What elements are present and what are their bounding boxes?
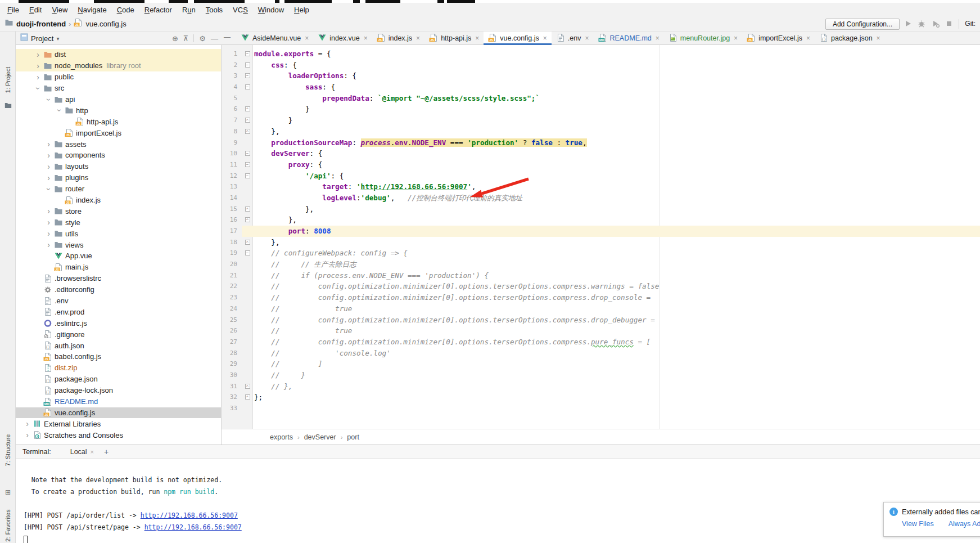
close-icon[interactable]: × [656,34,660,42]
always-add-link[interactable]: Always Add [949,520,980,528]
tree-item-vue.config.js[interactable]: JSvue.config.js [16,407,221,419]
code-text[interactable]: // // 生产去除日志 [253,259,980,270]
fold-end-icon[interactable]: ^ [245,129,250,134]
tree-item-layouts[interactable]: ›layouts [16,161,221,172]
code-text[interactable]: }, [253,237,980,248]
fold-open-icon[interactable]: − [245,62,250,68]
code-line-28[interactable]: 28 // 'console.log' [222,348,980,359]
code-line-31[interactable]: 31^ // }, [222,381,980,392]
code-text[interactable]: // config.optimization.minimizer[0].opti… [253,292,980,303]
code-line-23[interactable]: 23 // config.optimization.minimizer[0].o… [222,292,980,303]
git-label[interactable]: Git: [965,20,976,28]
code-line-11[interactable]: 11− proxy: { [222,159,980,170]
fold-open-icon[interactable]: − [245,51,250,56]
chevron-right-icon[interactable]: › [44,230,53,237]
tree-item-api[interactable]: ›api [16,94,221,105]
tree-item-index.js[interactable]: JSindex.js [16,195,221,206]
chevron-right-icon[interactable]: › [44,174,53,182]
chevron-down-icon[interactable]: › [45,95,53,104]
chevron-right-icon[interactable]: › [33,51,43,59]
code-line-22[interactable]: 22 // config.optimization.minimizer[0].o… [222,281,980,292]
editor-breadcrumb-port[interactable]: port [347,433,359,441]
code-text[interactable]: // } [253,370,980,381]
chevron-down-icon[interactable]: ▾ [56,35,59,42]
code-line-15[interactable]: 15^ }, [222,204,980,215]
menu-window[interactable]: Window [253,6,289,14]
tree-item-views[interactable]: ›views [16,239,221,250]
menu-code[interactable]: Code [112,6,139,14]
collapse-all-icon[interactable]: ⊼ [183,34,189,43]
code-text[interactable] [253,403,980,414]
menu-tools[interactable]: Tools [201,6,228,14]
tree-item-README.md[interactable]: MDREADME.md [16,396,221,407]
code-text[interactable]: prependData: `@import "~@/assets/scss/st… [253,93,980,104]
tree-item-importExcel.js[interactable]: JSimportExcel.js [16,127,221,138]
menu-vcs[interactable]: VCS [228,6,253,14]
menu-refactor[interactable]: Refactor [139,6,177,14]
menu-edit[interactable]: Edit [24,6,47,14]
code-line-26[interactable]: 26 // true [222,325,980,336]
fold-end-icon[interactable]: ^ [245,240,250,245]
tree-item-plugins[interactable]: ›plugins [16,172,221,183]
tree-item-node_modules[interactable]: ›node_moduleslibrary root [16,60,221,71]
tree-item-main.js[interactable]: JSmain.js [16,262,221,273]
code-line-5[interactable]: 5 prependData: `@import "~@/assets/scss/… [222,93,980,104]
chevron-right-icon[interactable]: › [44,241,53,249]
grid-icon[interactable]: ⊞ [4,488,12,496]
code-text[interactable]: sass: { [253,82,980,93]
terminal-link[interactable]: http://192.168.66.56:9007 [144,523,242,531]
code-line-9[interactable]: 9 productionSourceMap: process.env.NODE_… [222,137,980,149]
chevron-right-icon[interactable]: › [33,73,43,81]
fold-open-icon[interactable]: − [245,162,250,167]
code-text[interactable]: }, [253,214,980,226]
tree-item-package-lock.json[interactable]: {}package-lock.json [16,385,221,396]
locate-file-icon[interactable]: ⊕ [172,34,178,43]
editor-breadcrumb-exports[interactable]: exports [270,433,293,441]
tree-item-utils[interactable]: ›utils [16,228,221,239]
code-line-4[interactable]: 4− sass: { [222,82,980,93]
tab-index.js[interactable]: JSindex.js× [372,32,424,45]
code-text[interactable]: proxy: { [253,159,980,170]
debug-icon[interactable] [918,20,927,29]
editor-breadcrumb-devServer[interactable]: devServer [304,433,336,441]
close-icon[interactable]: × [305,34,309,42]
chevron-right-icon[interactable]: › [22,420,32,428]
terminal-output[interactable]: Note that the development build is not o… [16,459,980,543]
tree-item-src[interactable]: ›src [16,83,221,94]
fold-end-icon[interactable]: ^ [245,394,250,400]
code-text[interactable]: // config.optimization.minimizer[0].opti… [253,336,980,348]
code-line-1[interactable]: 1−module.exports = { [222,48,980,60]
chevron-down-icon[interactable]: › [56,106,64,115]
close-icon[interactable]: × [543,34,547,42]
tree-item-App.vue[interactable]: App.vue [16,250,221,262]
tab-.env[interactable]: .env× [552,32,594,45]
terminal-tab-local[interactable]: Local [70,448,87,456]
tree-item-http[interactable]: ›http [16,105,221,116]
code-line-2[interactable]: 2− css: { [222,60,980,71]
chevron-down-icon[interactable]: › [34,83,42,93]
fold-end-icon[interactable]: ^ [245,106,250,111]
project-tool-icon[interactable] [4,102,12,110]
tree-item-.env[interactable]: .env [16,295,221,307]
fold-open-icon[interactable]: − [245,250,250,255]
code-text[interactable]: target: 'http://192.168.66.56:9007', [253,181,980,192]
tree-item-http-api.js[interactable]: JShttp-api.js [16,116,221,127]
tab-importExcel.js[interactable]: JSimportExcel.js× [742,32,815,45]
chevron-right-icon[interactable]: › [44,140,53,148]
code-line-16[interactable]: 16^ }, [222,214,980,226]
code-line-17[interactable]: 17 port: 8008 [222,226,980,237]
fold-end-icon[interactable]: ^ [245,118,250,123]
chevron-right-icon[interactable]: › [22,431,32,439]
close-icon[interactable]: × [806,34,810,42]
code-text[interactable]: } [253,115,980,126]
fold-open-icon[interactable]: − [245,151,250,156]
code-text[interactable]: devServer: { [253,148,980,159]
tab-index.vue[interactable]: index.vue× [313,32,372,45]
close-icon[interactable]: × [475,34,479,42]
tree-item-babel.config.js[interactable]: JSbabel.config.js [16,351,221,362]
tab-vue.config.js[interactable]: JSvue.config.js× [484,32,552,45]
stripe-project-button[interactable]: 1: Project [4,52,11,108]
tree-item-.gitignore[interactable]: .gitignore [16,329,221,340]
tree-item-.editorconfig[interactable]: .editorconfig [16,284,221,295]
run-with-coverage-icon[interactable] [932,20,941,29]
